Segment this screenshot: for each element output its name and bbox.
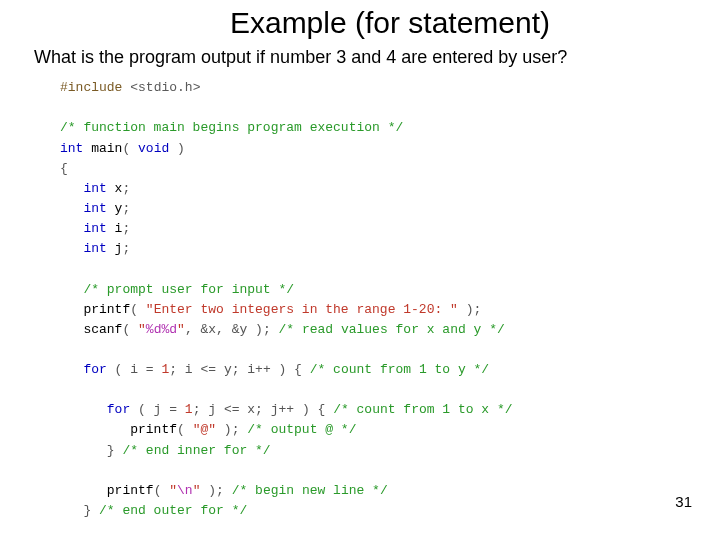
printf-newline: printf [60,483,154,498]
for-i-init: ( i [107,362,146,377]
decl-int-x: int [83,181,106,196]
decl-int-y: int [83,201,106,216]
nl-open: " [169,483,177,498]
question-text: What is the program output if number 3 a… [0,40,720,70]
semi: ; [122,181,130,196]
string-prompt: "Enter two integers in the range 1-20: " [146,302,458,317]
scanf-args: , &x, &y ); [185,322,271,337]
fn-main: main [83,141,122,156]
paren: ( [154,483,170,498]
brace-open: { [60,161,68,176]
esc-nl: \n [177,483,193,498]
scanf-call: scanf [60,322,122,337]
comment-for-j: /* count from 1 to x */ [333,402,512,417]
page-number: 31 [675,493,692,510]
comment-scan: /* read values for x and y */ [271,322,505,337]
decl-int-i: int [83,221,106,236]
decl-y: y [107,201,123,216]
paren-close: ) [169,141,185,156]
for-i-cond: ; i [169,362,200,377]
close-call: ); [216,422,239,437]
decl-int-j: int [83,241,106,256]
fmt-esc: %d%d [146,322,177,337]
for-j-cond: ; j [193,402,224,417]
semi: ; [122,201,130,216]
include-lib: <stdio.h> [130,80,200,95]
close-call: ); [200,483,223,498]
semi: ; [122,241,130,256]
comment-nl: /* begin new line */ [224,483,388,498]
for-j-end: ) { [294,402,333,417]
fmt-close: " [177,322,185,337]
comment-end-outer: /* end outer for */ [99,503,247,518]
slide-title: Example (for statement) [0,0,720,40]
kw-for-inner: for [107,402,130,417]
kw-int: int [60,141,83,156]
kw-for-outer: for [83,362,106,377]
decl-i: i [107,221,123,236]
for-j-init: ( j [130,402,169,417]
comment-end-inner: /* end inner for */ [122,443,270,458]
inc-j: ++ [279,402,295,417]
le: <= [200,362,216,377]
inc: ++ [255,362,271,377]
paren-open: ( [122,141,138,156]
comment-main: /* function main begins program executio… [60,120,403,135]
comment-for-i: /* count from 1 to y */ [310,362,489,377]
kw-void: void [138,141,169,156]
decl-x: x [107,181,123,196]
le-j: <= [224,402,240,417]
paren: ( [177,422,193,437]
decl-j: j [107,241,123,256]
for-i-y: y; i [216,362,255,377]
comment-prompt: /* prompt user for input */ [83,282,294,297]
one-j: 1 [185,402,193,417]
brace-close-outer: } [60,503,99,518]
paren: ( [122,322,138,337]
close-call: ); [458,302,481,317]
preprocessor: #include [60,80,122,95]
eq: = [169,402,185,417]
paren: ( [130,302,146,317]
printf-call-1: printf [60,302,130,317]
brace-close-inner: } [60,443,122,458]
fmt-open: " [138,322,146,337]
for-j-x: x; j [239,402,278,417]
semi: ; [122,221,130,236]
for-i-end: ) { [271,362,310,377]
string-at: "@" [193,422,216,437]
eq: = [146,362,162,377]
printf-inner: printf [60,422,177,437]
code-block: #include <stdio.h> /* function main begi… [60,78,720,540]
comment-at: /* output @ */ [239,422,356,437]
